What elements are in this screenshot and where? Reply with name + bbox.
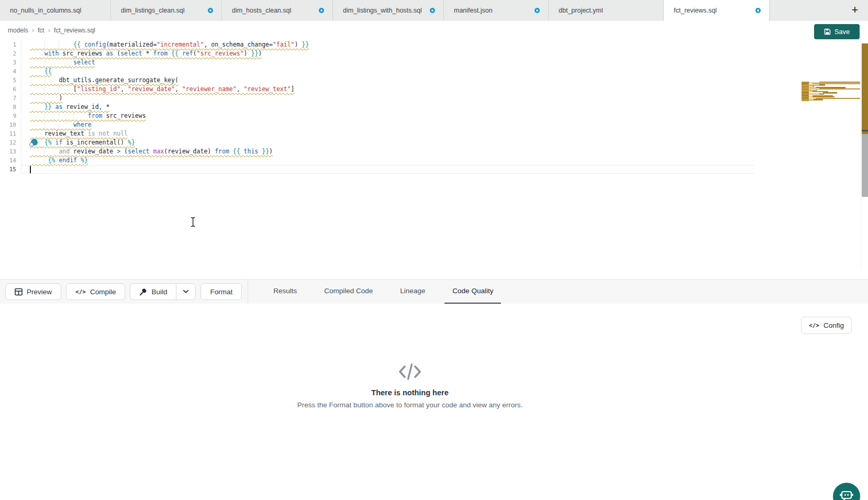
code-token: select (73, 59, 95, 66)
build-dropdown-button[interactable] (176, 283, 196, 300)
code-token: ( (124, 148, 128, 155)
code-text: }} as review_id, * (30, 103, 109, 110)
code-line[interactable]: ) (21, 94, 754, 103)
file-tab-bar: no_nulls_in_columns.sqldim_listings_clea… (0, 0, 868, 21)
code-content[interactable]: {{ config(materialized="incremental", on… (21, 40, 754, 174)
code-text: with src_reviews as (select * from {{ re… (30, 50, 262, 57)
unsaved-changes-dot-icon (319, 8, 324, 13)
minimap-line (813, 96, 835, 97)
file-tab[interactable]: fct_reviews.sql (664, 0, 770, 21)
empty-state-subtitle: Press the Format button above to format … (0, 401, 820, 409)
code-line[interactable]: review_text is not null (21, 129, 754, 138)
compile-button-label: Compile (90, 288, 116, 296)
minimap-line (819, 88, 860, 90)
code-line[interactable]: {% endif %} (21, 156, 754, 165)
file-tab[interactable]: dim_hosts_clean.sql (222, 0, 333, 21)
indent-guide (44, 156, 45, 165)
code-line[interactable]: dbt_utils.generate_surrogate_key( (21, 76, 754, 85)
code-text: and review_date > (select max(review_dat… (30, 148, 273, 155)
indent-guide (44, 58, 45, 67)
code-token: "listing_id" (77, 85, 120, 93)
code-line[interactable]: }} as review_id, * (21, 103, 754, 112)
code-line[interactable]: and review_date > (select max(review_dat… (21, 147, 754, 156)
indent-guide (44, 112, 45, 120)
minimap-line (813, 83, 860, 84)
code-token: }} (262, 148, 269, 155)
tab-bar-filler: + (770, 0, 868, 21)
code-text: ["listing_id", "review_date", "reviewer_… (30, 85, 295, 93)
overview-ruler-cursor-mark (862, 130, 868, 131)
code-token: src_reviews (106, 112, 146, 119)
code-token: review_id, * (66, 103, 109, 110)
code-token: %} (81, 157, 88, 164)
code-token: }} (44, 103, 55, 110)
format-button[interactable]: Format (201, 283, 242, 300)
code-token: "review_text" (244, 85, 291, 93)
indent-guide (44, 40, 45, 49)
code-line[interactable]: from src_reviews (21, 112, 754, 120)
file-tab[interactable]: no_nulls_in_columns.sql (0, 0, 111, 21)
compile-button[interactable]: </>Compile (66, 283, 125, 300)
minimap-line (819, 82, 860, 83)
code-quality-panel: </> Config There is nothing here Press t… (0, 304, 868, 500)
save-button[interactable]: Save (814, 24, 860, 39)
code-line[interactable]: ["listing_id", "review_date", "reviewer_… (21, 85, 754, 94)
toolbar-divider (248, 280, 248, 304)
code-token: is not null (88, 130, 128, 137)
robot-chat-icon (839, 490, 854, 500)
tab-results[interactable]: Results (265, 280, 305, 304)
code-token: {{ (44, 68, 52, 75)
editor-header: models›fct›fct_reviews.sql Save (0, 21, 868, 39)
code-token: "incremental" (157, 41, 204, 48)
breadcrumb-item: fct_reviews.sql (54, 27, 95, 34)
code-token: {{ (171, 50, 182, 57)
file-tab-label: dim_listings_with_hosts.sql (343, 7, 422, 14)
code-token: if (55, 139, 66, 146)
file-tab[interactable]: dim_listings_with_hosts.sql (333, 0, 444, 21)
file-tab[interactable]: dim_listings_clean.sql (111, 0, 222, 21)
code-token: }} (251, 50, 258, 57)
minimap[interactable] (802, 80, 860, 103)
code-token: where (73, 121, 92, 128)
line-number: 15 (0, 165, 21, 174)
code-token: %} (128, 139, 135, 146)
new-tab-button[interactable]: + (848, 4, 862, 17)
scrollbar-thumb[interactable] (862, 134, 868, 197)
file-tab[interactable]: dbt_project.yml (549, 0, 664, 21)
code-line[interactable]: {{ config(materialized="incremental", on… (21, 40, 754, 49)
code-token: as (106, 50, 117, 57)
code-text: from src_reviews (30, 112, 146, 119)
minimap-line (816, 98, 860, 99)
tab-code-quality[interactable]: Code Quality (444, 280, 501, 304)
code-line[interactable] (21, 165, 754, 174)
tab-lineage[interactable]: Lineage (392, 280, 433, 304)
line-number: 8 (0, 103, 21, 112)
indent-guide (44, 147, 45, 156)
tab-compiled-code[interactable]: Compiled Code (316, 280, 381, 304)
indent-guide (44, 94, 45, 103)
save-floppy-icon (824, 28, 831, 35)
line-number: 10 (0, 120, 21, 129)
line-number: 12 (0, 138, 21, 147)
copilot-suggestion-icon[interactable] (31, 139, 38, 146)
hammer-icon (139, 288, 147, 296)
code-line[interactable]: where (21, 120, 754, 129)
code-line[interactable]: select (21, 58, 754, 67)
minimap-line (819, 84, 825, 85)
file-tab[interactable]: manifest.json (444, 0, 549, 21)
code-token: from (88, 112, 106, 119)
code-line[interactable]: with src_reviews as (select * from {{ re… (21, 49, 754, 58)
code-token: > (117, 148, 124, 155)
code-line[interactable]: {{ (21, 67, 754, 76)
breadcrumb-separator-icon: › (48, 26, 50, 34)
build-button[interactable]: Build (130, 283, 176, 300)
code-token: , (237, 85, 244, 93)
preview-button[interactable]: Preview (5, 283, 61, 300)
code-editor[interactable]: 123456789101112131415 {{ config(material… (0, 39, 868, 279)
file-tab-label: dbt_project.yml (559, 7, 603, 14)
indent-guide (59, 85, 59, 94)
config-button[interactable]: </> Config (801, 317, 852, 334)
breadcrumb-item: fct (38, 27, 44, 34)
code-line[interactable]: {% if is_incremental() %} (21, 138, 754, 147)
code-token: ref (182, 50, 193, 57)
